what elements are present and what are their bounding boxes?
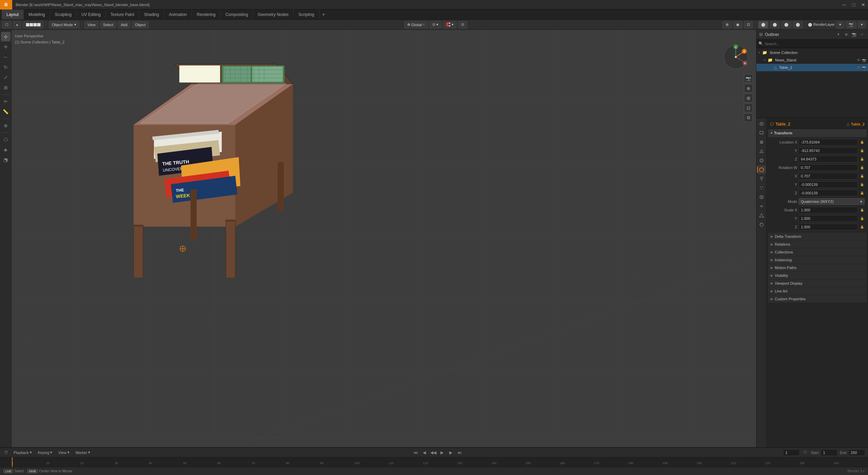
prop-icon-output[interactable] [757,129,766,137]
maximize-button[interactable]: □ [849,0,859,10]
rotation-y-field[interactable]: -0.000139 [798,181,858,188]
select-menu[interactable]: Select [100,21,117,28]
collections-section[interactable]: ▶ Collections [768,248,867,256]
delta-transform-section[interactable]: ▶ Delta Transform [768,233,867,240]
timeline-ruler[interactable]: 1 10 20 30 40 50 60 70 80 90 100 110 120… [0,457,868,467]
tool-extra-3[interactable]: ⬔ [1,155,11,165]
current-frame-field[interactable]: 1 [783,449,800,456]
tool-move[interactable]: ↔ [1,52,11,62]
viewport-orbit-btn[interactable]: ⊕ [744,84,753,93]
tab-scripting[interactable]: Scripting [294,10,319,19]
rotation-z-lock[interactable]: 🔓 [859,190,865,196]
prop-icon-render[interactable] [757,119,766,128]
tool-measure[interactable]: 📏 [1,107,11,116]
location-x-lock[interactable]: 🔓 [859,139,865,145]
tool-extra-2[interactable]: ◈ [1,145,11,154]
tool-cursor[interactable]: ✛ [1,42,11,52]
rotation-mode-dropdown[interactable]: Quaternion (WXYZ) ▾ [798,198,865,205]
xray-btn[interactable]: ⊡ [744,21,753,28]
pivot-dropdown[interactable]: ⊙ ▾ [429,21,441,28]
tool-rotate[interactable]: ↻ [1,62,11,72]
outliner-search-input[interactable] [765,42,866,46]
viewport-shading-render[interactable]: ⬤ [781,21,791,28]
viewport-3d[interactable]: THE TRUTH UNCOVERED THE WEEK [12,30,756,447]
location-z-lock[interactable]: 🔓 [859,156,865,162]
viewport-shading-wireframe[interactable]: ⬤ [793,21,803,28]
prop-icon-world[interactable] [757,156,766,165]
scale-y-lock[interactable]: 🔓 [859,216,865,221]
outliner-filter-btn[interactable]: ▾ [835,31,842,38]
table2-cam[interactable]: 📷 [862,66,866,70]
rotation-x-lock[interactable]: 🔓 [859,173,865,179]
outliner-row-news-stand[interactable]: ▾ 📁 News_Stand 👁 📷 [756,56,868,64]
prop-icon-scene[interactable] [757,147,766,156]
prop-icon-modifier[interactable] [757,174,766,183]
gizmo-btn[interactable]: ⊕ [723,21,732,28]
end-frame-field[interactable]: 250 [848,449,865,456]
tab-sculpting[interactable]: Sculpting [50,10,77,19]
viewport-clip-btn[interactable]: ⧉ [744,113,753,122]
viewport-shade-toggle[interactable]: ⬜⬜⬜⬜ [23,21,44,28]
motion-paths-section[interactable]: ▶ Motion Paths [768,264,867,271]
timeline-keying-menu[interactable]: Keying ▾ [36,449,55,456]
start-frame-field[interactable]: 1 [821,449,837,456]
scale-z-lock[interactable]: 🔓 [859,224,865,230]
prop-icon-physics[interactable] [757,193,766,202]
timeline-playback-menu[interactable]: Playback ▾ [12,449,34,456]
proportional-toggle[interactable]: ⊙ [458,21,467,28]
tool-scale[interactable]: ⤢ [1,73,11,82]
snap-toggle[interactable]: 🧲 ▾ [443,21,457,28]
tool-transform[interactable]: ⊞ [1,83,11,92]
prop-icon-particles[interactable] [757,184,766,192]
outliner-eye-btn[interactable]: 👁 [843,31,850,38]
tab-modeling[interactable]: Modeling [24,10,50,19]
outliner-check-btn[interactable]: ✓ [859,31,865,38]
location-y-field[interactable]: -912.85742 [798,147,858,154]
location-y-lock[interactable]: 🔓 [859,148,865,153]
tab-compositing[interactable]: Compositing [221,10,253,19]
timeline-marker-menu[interactable]: Marker ▾ [74,449,92,456]
minimize-button[interactable]: ─ [840,0,849,10]
close-button[interactable]: ✕ [859,0,868,10]
jump-to-end-btn[interactable]: ⏭ [456,449,463,456]
tool-select[interactable]: ⊹ [1,32,11,41]
timeline-editor-icon[interactable]: ⏱ [3,449,9,456]
scale-y-field[interactable]: 1.000 [798,215,858,222]
play-btn[interactable]: ▶ [439,449,446,456]
transform-orientation-dropdown[interactable]: ⊕ Global ▾ [404,21,428,28]
location-x-field[interactable]: -375.81064 [798,139,858,146]
scale-x-lock[interactable]: 🔓 [859,207,865,213]
prev-frame-btn[interactable]: ◀ [421,449,428,456]
tab-texture-paint[interactable]: Texture Paint [106,10,139,19]
object-mode-dropdown[interactable]: Object Mode ▾ [49,21,79,28]
editor-type-button[interactable]: ⬡ [2,21,12,28]
rotation-y-lock[interactable]: 🔓 [859,182,865,187]
timeline-view-menu[interactable]: View ▾ [56,449,72,456]
viewport-cam-btn[interactable]: 📷 [744,74,753,83]
tab-uv-editing[interactable]: UV Editing [77,10,106,19]
add-workspace-button[interactable]: + [319,12,328,18]
tool-add[interactable]: ⊕ [1,121,11,130]
viewport-fly-btn[interactable]: ⊡ [744,103,753,112]
prop-icon-data[interactable] [757,211,766,220]
instancing-section[interactable]: ▶ Instancing [768,256,867,264]
tab-rendering[interactable]: Rendering [192,10,220,19]
visibility-section[interactable]: ▶ Visibility [768,272,867,279]
rotation-z-field[interactable]: -0.000139 [798,190,858,196]
outliner-row-scene-collection[interactable]: ▾ 📁 Scene Collection [756,49,868,56]
tab-layout[interactable]: Layout [2,10,24,19]
viewport-filter-btn[interactable]: ▾ [858,21,866,28]
tab-shading[interactable]: Shading [139,10,164,19]
tool-extra-1[interactable]: ⬡ [1,135,11,144]
view-mode-toggle[interactable]: ● [13,21,21,28]
overlay-btn[interactable]: ◉ [733,21,743,28]
tab-geometry-nodes[interactable]: Geometry Nodes [253,10,294,19]
render-engine-dropdown[interactable]: ▾ [836,21,844,28]
camera-btn[interactable]: 📷 [846,21,856,28]
play-reverse-btn[interactable]: ◀◀ [430,449,437,456]
rotation-w-lock[interactable]: 🔓 [859,165,865,170]
scale-x-field[interactable]: 1.000 [798,207,858,213]
view-menu[interactable]: View [84,21,99,28]
news-stand-eye[interactable]: 👁 [857,58,861,62]
jump-to-start-btn[interactable]: ⏮ [412,449,419,456]
